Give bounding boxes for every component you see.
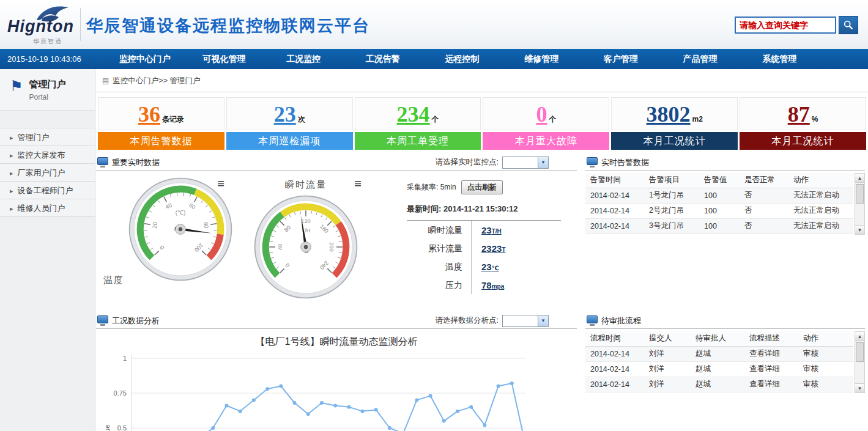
alarm-section-header: 实时告警数据: [585, 155, 865, 171]
cell-action: 无法正常启动: [788, 188, 853, 203]
arrow-right-icon: ▸: [10, 187, 13, 194]
monitor-icon: [97, 157, 108, 165]
scroll-up-icon[interactable]: ▲: [855, 332, 864, 341]
nav-item-condition-alarm[interactable]: 工况告警: [343, 54, 423, 65]
col-header: 动作: [798, 331, 853, 346]
nav-item-product[interactable]: 产品管理: [661, 54, 740, 65]
svg-text:Value: Value: [103, 425, 111, 431]
nav-item-condition-monitor[interactable]: 工况监控: [264, 54, 343, 65]
sidebar-item-factory-portal[interactable]: ▸厂家用户门户: [0, 164, 95, 182]
stat-banner[interactable]: 本月工况统计: [611, 132, 738, 150]
scroll-up-icon[interactable]: ▲: [855, 174, 864, 183]
right-column: 实时告警数据 告警时间 告警项目 告警值 是否正常 动作: [585, 155, 865, 431]
page: Hignton 华辰智通 华辰智通设备远程监控物联网云平台 2015-10-19…: [0, 0, 868, 431]
nav-item-customer[interactable]: 客户管理: [581, 54, 661, 65]
alarm-table: 告警时间 告警项目 告警值 是否正常 动作 2014-02-14 1号龙门吊: [585, 173, 853, 234]
approve-link[interactable]: 审核: [798, 361, 853, 377]
svg-text:20: 20: [152, 222, 158, 229]
col-header: 告警值: [699, 173, 740, 188]
nav-item-system[interactable]: 系统管理: [740, 54, 819, 65]
stat-banner[interactable]: 本月工况统计: [740, 132, 866, 150]
nav-item-monitor-center[interactable]: 监控中心门户: [105, 54, 185, 65]
monitor-point-select[interactable]: ▼: [502, 157, 549, 169]
cell-approver: 赵城: [691, 346, 744, 361]
svg-text:40: 40: [277, 244, 283, 250]
table-header-row: 流程时间 提交人 待审批人 流程描述 动作: [585, 331, 853, 346]
metric-value: 23℃: [472, 262, 499, 272]
col-header: 告警项目: [644, 173, 699, 188]
cell-value: 100: [699, 188, 740, 203]
realtime-select-area: 请选择实时监控点: ▼: [436, 157, 577, 169]
metric-unit: T/H: [492, 228, 502, 235]
metric-unit: ℃: [492, 265, 499, 271]
approve-link[interactable]: 审核: [798, 377, 853, 392]
table-row: 2014-02-14 2号龙门吊 100 否 无法正常启动: [585, 203, 853, 218]
metric-label: 累计流量: [407, 239, 472, 257]
latest-time: 最新时间: 2014-11-21 15:30:12: [407, 204, 561, 221]
stat-banner[interactable]: 本月重大故障: [483, 132, 609, 150]
cell-item: 1号龙门吊: [644, 188, 699, 203]
view-detail-link[interactable]: 查看详细: [744, 346, 798, 361]
nav-item-remote-control[interactable]: 远程控制: [423, 54, 502, 65]
sidebar-item-admin-portal[interactable]: ▸管理门户: [0, 128, 95, 146]
scrollbar-thumb[interactable]: [856, 342, 864, 362]
nav-item-visualization[interactable]: 可视化管理: [185, 54, 264, 65]
cell-normal: 否: [740, 218, 788, 234]
col-header: 动作: [788, 173, 853, 188]
stats-row: 36条记录 本周告警数据 23次 本周巡检漏项 234个 本周工单受理 0个 本…: [98, 97, 866, 150]
stat-card-inspection-week: 23次 本周巡检漏项: [226, 97, 353, 150]
sidebar-item-engineer-portal[interactable]: ▸设备工程师门户: [0, 182, 95, 199]
flow-line-chart: 0.50.751Value: [102, 350, 530, 431]
stat-banner[interactable]: 本周告警数据: [98, 132, 224, 150]
table-scrollbar[interactable]: ▲ ▼: [855, 173, 865, 235]
stat-value: 3802: [647, 102, 691, 127]
chart-menu-icon[interactable]: ≡: [354, 178, 362, 189]
cell-submitter: 刘洋: [644, 377, 691, 392]
stat-banner[interactable]: 本周巡检漏项: [226, 132, 353, 150]
refresh-button[interactable]: 点击刷新: [461, 180, 503, 194]
chart-menu-icon[interactable]: ≡: [217, 178, 224, 189]
cell-normal: 否: [740, 188, 788, 203]
sidebar-item-big-screen[interactable]: ▸监控大屏发布: [0, 146, 95, 164]
svg-text:0.75: 0.75: [114, 389, 127, 397]
search-button[interactable]: [839, 16, 858, 34]
table-scrollbar[interactable]: ▲ ▼: [855, 331, 865, 393]
sidebar-item-repair-portal[interactable]: ▸维修人员门户: [0, 199, 95, 217]
header-divider: [80, 8, 81, 41]
stat-card-alarm-week: 36条记录 本周告警数据: [98, 97, 224, 150]
search-input[interactable]: [735, 17, 836, 34]
col-header: 告警时间: [585, 173, 644, 188]
cell-submitter: 刘洋: [644, 346, 691, 361]
cell-value: 100: [699, 203, 740, 218]
stat-card-condition-month-area: 3802m2 本月工况统计: [611, 97, 738, 150]
nav-item-maintenance[interactable]: 维修管理: [502, 54, 581, 65]
section-title: 实时告警数据: [601, 157, 649, 168]
table-row: 2014-02-14 刘洋 赵城 查看详细 审核: [585, 346, 853, 361]
cell-action: 无法正常启动: [788, 218, 853, 234]
main-nav: 2015-10-19 10:43:06 监控中心门户 可视化管理 工况监控 工况…: [0, 49, 868, 69]
analysis-point-select[interactable]: ▼: [502, 315, 549, 327]
metric-unit: mpa: [492, 283, 505, 290]
approve-link[interactable]: 审核: [798, 346, 853, 361]
stat-banner[interactable]: 本周工单受理: [355, 132, 481, 150]
search-icon: [843, 20, 854, 31]
view-detail-link[interactable]: 查看详细: [744, 361, 798, 377]
top-header: Hignton 华辰智通 华辰智通设备远程监控物联网云平台: [0, 0, 868, 49]
scroll-down-icon[interactable]: ▼: [855, 225, 864, 234]
gauge-title: 温度: [103, 274, 124, 286]
chevron-down-icon: ▼: [538, 157, 548, 168]
view-detail-link[interactable]: 查看详细: [744, 377, 798, 392]
stat-unit: 条记录: [162, 115, 184, 123]
cell-time: 2014-02-14: [585, 188, 644, 203]
select-label: 请选择数据分析点:: [436, 315, 499, 326]
scroll-down-icon[interactable]: ▼: [855, 383, 864, 392]
realtime-section-header: 重要实时数据 请选择实时监控点: ▼: [96, 155, 577, 171]
alarm-section: 实时告警数据 告警时间 告警项目 告警值 是否正常 动作: [585, 155, 865, 313]
gauge-block-flow: 瞬时流量 ≡ 04080120160200240T/H: [237, 173, 375, 303]
metric-value: 78mpa: [472, 280, 504, 290]
metric-label: 温度: [407, 257, 472, 276]
stat-unit: 个: [432, 115, 439, 123]
svg-text:(℃): (℃): [176, 210, 186, 216]
scrollbar-thumb[interactable]: [856, 184, 864, 204]
chevron-down-icon: ▼: [538, 315, 548, 326]
